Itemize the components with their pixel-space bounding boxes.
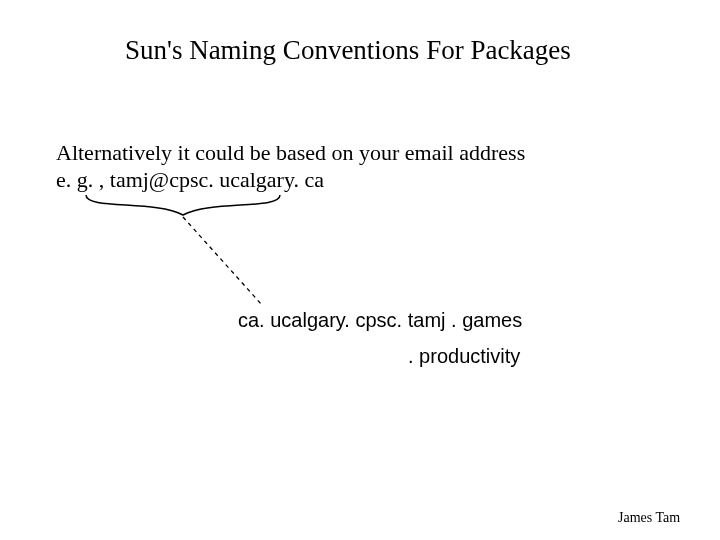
slide-title: Sun's Naming Conventions For Packages <box>125 35 571 66</box>
brace-connector <box>0 0 720 540</box>
footer-author: James Tam <box>618 510 680 526</box>
body-text-line-2: e. g. , tamj@cpsc. ucalgary. ca <box>56 167 324 193</box>
body-text-line-1: Alternatively it could be based on your … <box>56 140 525 166</box>
example-line-1: ca. ucalgary. cpsc. tamj . games <box>238 309 522 332</box>
example-line-2: . productivity <box>408 345 520 368</box>
